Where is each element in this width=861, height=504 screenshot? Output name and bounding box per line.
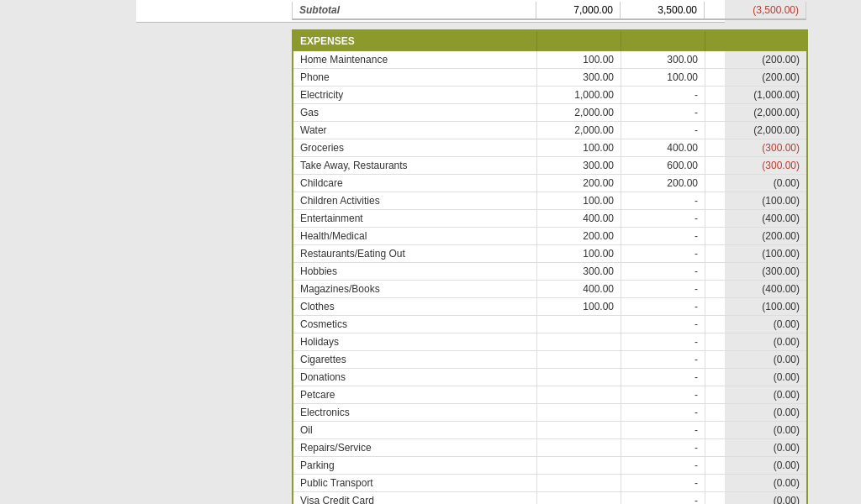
row-col2: 400.00 (621, 139, 705, 156)
table-row: Electronics - (0.00) (293, 404, 806, 422)
row-label: Public Transport (293, 475, 537, 491)
table-row: Oil - (0.00) (293, 422, 806, 439)
row-col3: (200.00) (705, 228, 806, 244)
row-label: Entertainment (293, 210, 537, 227)
row-col2: - (621, 492, 705, 504)
row-col3: (0.00) (705, 316, 806, 333)
row-col3: (0.00) (705, 386, 806, 403)
row-col3: (300.00) (705, 157, 806, 174)
row-col1 (537, 475, 621, 491)
row-col3: (200.00) (705, 51, 806, 68)
row-label: Cosmetics (293, 316, 537, 333)
row-col2: - (621, 475, 705, 491)
row-col1: 400.00 (537, 281, 621, 297)
row-col2: 600.00 (621, 157, 705, 174)
row-label: Electricity (293, 87, 537, 103)
row-col2: 100.00 (621, 69, 705, 86)
table-row: Repairs/Service - (0.00) (293, 439, 806, 457)
row-col2: 200.00 (621, 175, 705, 192)
table-row: Take Away, Restaurants 300.00 600.00 (30… (293, 157, 806, 175)
row-col3: (0.00) (705, 369, 806, 386)
row-label: Gas (293, 104, 537, 121)
row-label: Repairs/Service (293, 439, 537, 456)
row-col1 (537, 457, 621, 474)
table-row: Parking - (0.00) (293, 457, 806, 475)
table-row: Home Maintenance 100.00 300.00 (200.00) (293, 51, 806, 69)
row-label: Restaurants/Eating Out (293, 245, 537, 262)
row-col2: - (621, 351, 705, 368)
table-row: Clothes 100.00 - (100.00) (293, 298, 806, 316)
row-col2: - (621, 228, 705, 244)
row-label: Take Away, Restaurants (293, 157, 537, 174)
row-col2: - (621, 281, 705, 297)
table-row: Visa Credit Card - (0.00) (293, 492, 806, 504)
table-row: Cigarettes - (0.00) (293, 351, 806, 369)
expenses-table-body: Home Maintenance 100.00 300.00 (200.00) … (293, 51, 806, 504)
table-row: Restaurants/Eating Out 100.00 - (100.00) (293, 245, 806, 263)
row-label: Groceries (293, 139, 537, 156)
table-row: Childcare 200.00 200.00 (0.00) (293, 175, 806, 192)
row-col1: 100.00 (537, 298, 621, 315)
row-col1: 300.00 (537, 263, 621, 280)
row-col2: - (621, 457, 705, 474)
row-label: Visa Credit Card (293, 492, 537, 504)
row-label: Cigarettes (293, 351, 537, 368)
row-col1: 100.00 (537, 139, 621, 156)
row-col3: (200.00) (705, 69, 806, 86)
table-row: Water 2,000.00 - (2,000.00) (293, 122, 806, 139)
row-col3: (100.00) (705, 192, 806, 209)
row-col1: 400.00 (537, 210, 621, 227)
row-col3: (300.00) (705, 139, 806, 156)
table-row: Petcare - (0.00) (293, 386, 806, 404)
table-row: Children Activities 100.00 - (100.00) (293, 192, 806, 210)
row-col2: - (621, 333, 705, 350)
row-col2: - (621, 386, 705, 403)
row-col2: - (621, 210, 705, 227)
row-col2: - (621, 422, 705, 438)
row-label: Children Activities (293, 192, 537, 209)
row-col1: 200.00 (537, 228, 621, 244)
expenses-header-col3 (705, 31, 806, 51)
row-label: Home Maintenance (293, 51, 537, 68)
row-col1: 100.00 (537, 245, 621, 262)
row-label: Magazines/Books (293, 281, 537, 297)
row-col1 (537, 333, 621, 350)
row-col1: 100.00 (537, 51, 621, 68)
subtotal-col3: (3,500.00) (705, 2, 806, 18)
row-col3: (300.00) (705, 263, 806, 280)
expenses-header-col2 (621, 31, 705, 51)
row-col3: (0.00) (705, 439, 806, 456)
table-row: Groceries 100.00 400.00 (300.00) (293, 139, 806, 157)
row-col2: - (621, 369, 705, 386)
row-col3: (100.00) (705, 298, 806, 315)
row-col1: 2,000.00 (537, 122, 621, 139)
row-col2: - (621, 404, 705, 421)
row-col3: (400.00) (705, 281, 806, 297)
table-row: Magazines/Books 400.00 - (400.00) (293, 281, 806, 298)
expenses-header-row: EXPENSES (293, 31, 806, 51)
row-col3: (0.00) (705, 351, 806, 368)
row-col3: (0.00) (705, 492, 806, 504)
row-col3: (400.00) (705, 210, 806, 227)
table-row: Electricity 1,000.00 - (1,000.00) (293, 87, 806, 104)
row-col1: 2,000.00 (537, 104, 621, 121)
row-col1 (537, 386, 621, 403)
row-col1: 300.00 (537, 157, 621, 174)
row-col2: - (621, 192, 705, 209)
row-col3: (2,000.00) (705, 122, 806, 139)
row-col1 (537, 369, 621, 386)
row-col2: - (621, 245, 705, 262)
subtotal-col2: 3,500.00 (621, 2, 705, 18)
row-col3: (0.00) (705, 333, 806, 350)
row-col1 (537, 351, 621, 368)
row-col3: (0.00) (705, 175, 806, 192)
row-label: Holidays (293, 333, 537, 350)
subtotal-section: Subtotal 7,000.00 3,500.00 (3,500.00) (136, 0, 725, 23)
subtotal-label: Subtotal (293, 2, 536, 18)
row-col2: - (621, 263, 705, 280)
row-col2: - (621, 316, 705, 333)
row-label: Phone (293, 69, 537, 86)
row-label: Health/Medical (293, 228, 537, 244)
row-label: Hobbies (293, 263, 537, 280)
row-col2: - (621, 87, 705, 103)
